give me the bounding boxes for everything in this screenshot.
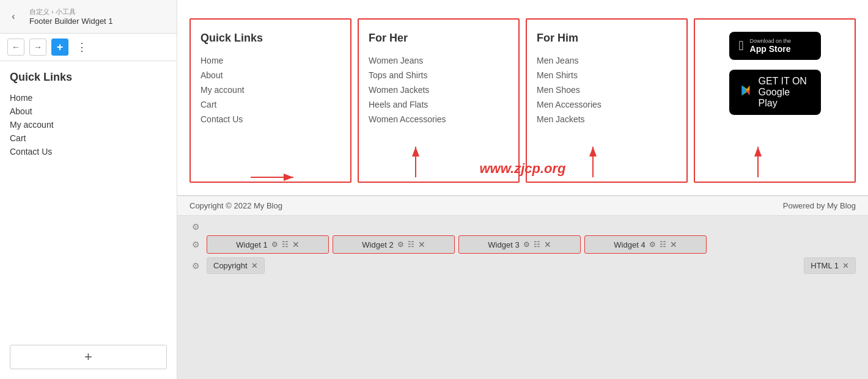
widget-2-grid-icon[interactable]: ☷ xyxy=(408,240,414,249)
google-play-line2: Google Play xyxy=(759,87,811,109)
copyright-right: Powered by My Blog xyxy=(783,201,856,210)
widget-2-close-icon[interactable]: ✕ xyxy=(418,240,425,249)
bottom-pill-html1[interactable]: HTML 1 ✕ xyxy=(804,257,856,274)
widget-quicklinks-myaccount[interactable]: My account xyxy=(200,85,340,95)
widget-4-settings-icon[interactable]: ⚙ xyxy=(649,240,656,249)
svg-marker-3 xyxy=(746,90,749,95)
footer-widget-forher: For Her Women Jeans Tops and Shirts Wome… xyxy=(358,18,520,183)
sidebar-top-bar: ‹ 自定义 › 小工具 Footer Builder Widget 1 xyxy=(0,0,177,34)
widget-forher-womenaccessories[interactable]: Women Accessories xyxy=(369,114,509,124)
copyright-bar: Copyright © 2022 My Blog Powered by My B… xyxy=(177,196,868,216)
copyright-pill-close[interactable]: ✕ xyxy=(251,261,258,270)
app-store-line2: App Store xyxy=(750,44,792,54)
copyright-left: Copyright © 2022 My Blog xyxy=(189,201,282,210)
builder-gear-bottom[interactable]: ⚙ xyxy=(189,261,202,271)
builder-widgets-row: ⚙ Widget 1 ⚙ ☷ ✕ Widget 2 ⚙ ☷ ✕ Widget 3… xyxy=(189,235,856,254)
widget-forher-heading: For Her xyxy=(369,32,509,45)
widget-forhim-menjeans[interactable]: Men Jeans xyxy=(537,56,677,65)
widget-forhim-menjackets[interactable]: Men Jackets xyxy=(537,114,677,124)
svg-marker-2 xyxy=(746,86,749,90)
sidebar-link-home[interactable]: Home xyxy=(10,91,167,105)
copyright-pill-label: Copyright xyxy=(213,261,248,270)
widget-4-label: Widget 4 xyxy=(614,240,645,249)
sidebar-section-title: Quick Links xyxy=(10,71,167,84)
sidebar-main-title: Footer Builder Widget 1 xyxy=(29,17,166,26)
redo-button[interactable]: → xyxy=(29,39,46,56)
builder-area: ⚙ ⚙ Widget 1 ⚙ ☷ ✕ Widget 2 ⚙ ☷ ✕ xyxy=(177,216,868,379)
bottom-pill-copyright[interactable]: Copyright ✕ xyxy=(207,257,265,274)
sidebar: ‹ 自定义 › 小工具 Footer Builder Widget 1 ← → … xyxy=(0,0,177,379)
widget-1-settings-icon[interactable]: ⚙ xyxy=(271,240,278,249)
widget-forher-womenjackets[interactable]: Women Jackets xyxy=(369,85,509,95)
widget-forhim-menshirts[interactable]: Men Shirts xyxy=(537,70,677,80)
sidebar-title-block: 自定义 › 小工具 Footer Builder Widget 1 xyxy=(24,5,171,28)
widget-forhim-menaccessories[interactable]: Men Accessories xyxy=(537,100,677,109)
footer-widget-appdownloads:  Download on the App Store GE xyxy=(694,18,856,183)
widget-forher-heelsflats[interactable]: Heels and Flats xyxy=(369,100,509,109)
widget-pill-2[interactable]: Widget 2 ⚙ ☷ ✕ xyxy=(333,235,455,254)
sidebar-link-contactus[interactable]: Contact Us xyxy=(10,145,167,158)
main-area: Quick Links Home About My account Cart C… xyxy=(177,0,868,379)
footer-widget-quicklinks: Quick Links Home About My account Cart C… xyxy=(189,18,351,183)
widget-pill-3[interactable]: Widget 3 ⚙ ☷ ✕ xyxy=(458,235,581,254)
undo-button[interactable]: ← xyxy=(7,39,24,56)
widget-pill-1[interactable]: Widget 1 ⚙ ☷ ✕ xyxy=(207,235,329,254)
widgets-container: Widget 1 ⚙ ☷ ✕ Widget 2 ⚙ ☷ ✕ Widget 3 ⚙… xyxy=(207,235,856,254)
widget-3-close-icon[interactable]: ✕ xyxy=(544,240,551,249)
widget-forher-womenjeans[interactable]: Women Jeans xyxy=(369,56,509,65)
widget-quicklinks-home[interactable]: Home xyxy=(200,56,340,65)
sidebar-link-myaccount[interactable]: My account xyxy=(10,118,167,131)
sidebar-content: Quick Links Home About My account Cart C… xyxy=(0,61,177,335)
widget-3-grid-icon[interactable]: ☷ xyxy=(534,240,540,249)
sidebar-breadcrumb: 自定义 › 小工具 xyxy=(29,7,166,17)
google-play-icon xyxy=(739,84,752,101)
widget-pill-4[interactable]: Widget 4 ⚙ ☷ ✕ xyxy=(584,235,707,254)
widget-3-settings-icon[interactable]: ⚙ xyxy=(523,240,530,249)
widget-quicklinks-heading: Quick Links xyxy=(200,32,340,45)
builder-gear-top[interactable]: ⚙ xyxy=(189,222,202,232)
widget-forher-topsshirts[interactable]: Tops and Shirts xyxy=(369,70,509,80)
widget-forhim-menshoes[interactable]: Men Shoes xyxy=(537,85,677,95)
html1-pill-close[interactable]: ✕ xyxy=(842,261,849,270)
widget-forhim-heading: For Him xyxy=(537,32,677,45)
widget-1-close-icon[interactable]: ✕ xyxy=(292,240,300,249)
widget-2-settings-icon[interactable]: ⚙ xyxy=(397,240,404,249)
google-play-button[interactable]: GET IT ON Google Play xyxy=(729,70,821,115)
apple-icon:  xyxy=(739,38,744,54)
bottom-widgets: Copyright ✕ HTML 1 ✕ xyxy=(207,257,856,274)
widget-4-close-icon[interactable]: ✕ xyxy=(670,240,677,249)
footer-widget-forhim: For Him Men Jeans Men Shirts Men Shoes M… xyxy=(526,18,688,183)
back-button[interactable]: ‹ xyxy=(6,9,21,24)
google-play-text: GET IT ON Google Play xyxy=(759,76,811,109)
app-store-line1: Download on the xyxy=(750,38,792,44)
sidebar-toolbar: ← → + ⋮ xyxy=(0,34,177,61)
widget-3-label: Widget 3 xyxy=(488,240,519,249)
add-button[interactable]: + xyxy=(51,39,68,56)
more-options-button[interactable]: ⋮ xyxy=(73,39,90,56)
widget-1-label: Widget 1 xyxy=(236,240,267,249)
builder-bottom-row: ⚙ Copyright ✕ HTML 1 ✕ xyxy=(189,257,856,274)
widget-1-grid-icon[interactable]: ☷ xyxy=(282,240,289,249)
widget-quicklinks-contactus[interactable]: Contact Us xyxy=(200,114,340,124)
html1-pill-label: HTML 1 xyxy=(811,261,839,270)
sidebar-link-cart[interactable]: Cart xyxy=(10,131,167,145)
sidebar-link-about[interactable]: About xyxy=(10,105,167,118)
builder-row-top: ⚙ xyxy=(189,222,856,232)
app-store-text: Download on the App Store xyxy=(750,38,792,54)
google-play-line1: GET IT ON xyxy=(759,76,811,87)
sidebar-add-widget-button[interactable]: + xyxy=(10,345,167,369)
app-store-button[interactable]:  Download on the App Store xyxy=(729,32,821,60)
widget-quicklinks-cart[interactable]: Cart xyxy=(200,100,340,109)
builder-gear-widgets[interactable]: ⚙ xyxy=(189,240,202,249)
widget-quicklinks-about[interactable]: About xyxy=(200,70,340,80)
widget-4-grid-icon[interactable]: ☷ xyxy=(660,240,666,249)
widget-2-label: Widget 2 xyxy=(362,240,393,249)
footer-preview: Quick Links Home About My account Cart C… xyxy=(177,0,868,196)
